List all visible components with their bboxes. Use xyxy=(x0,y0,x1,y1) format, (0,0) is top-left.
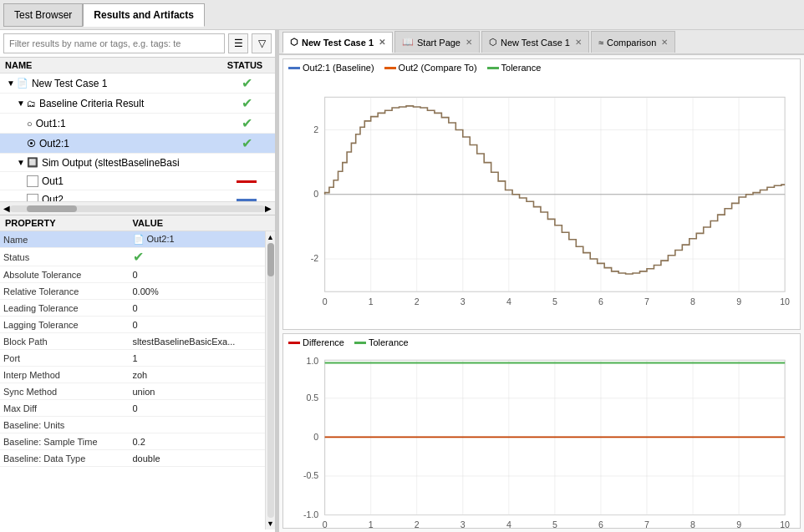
prop-row-lead-tol: Leading Tolerance 0 xyxy=(0,300,265,317)
tree-item-sim-output[interactable]: ▼ 🔲 Sim Output (sltestBaselineBasi xyxy=(0,154,275,172)
svg-text:8: 8 xyxy=(690,520,695,530)
prop-col-property: PROPERTY xyxy=(5,218,133,228)
legend-item-diff: Difference xyxy=(288,337,344,347)
prop-value-lag-tol: 0 xyxy=(133,320,262,330)
svg-text:1: 1 xyxy=(369,520,374,530)
prop-name-label: Baseline: Units xyxy=(3,420,133,430)
list-icon: ☰ xyxy=(234,38,243,49)
tree-item-out1-sig[interactable]: Out1 xyxy=(0,172,275,190)
prop-row-bl-data-type: Baseline: Data Type double xyxy=(0,450,265,467)
svg-text:-0.5: -0.5 xyxy=(303,470,318,480)
radio-icon: ○ xyxy=(27,119,33,129)
legend-color-blue xyxy=(288,67,300,69)
tab-icon-2: 📖 xyxy=(402,37,414,48)
tree-container[interactable]: ▼ 📄 New Test Case 1 ✔ ▼ 🗂 Baseline Crite… xyxy=(0,73,275,201)
prop-name-label: Status xyxy=(3,252,133,262)
main-chart-svg: 0 2 -2 0 1 2 3 4 5 6 7 8 9 10 xyxy=(285,74,798,341)
tree-item-status-out2 xyxy=(221,194,272,202)
svg-text:-1.0: -1.0 xyxy=(303,509,318,519)
tab-label-1: New Test Case 1 xyxy=(302,38,374,48)
prop-value-name: 📄 Out2:1 xyxy=(133,234,262,245)
vscroll-track[interactable] xyxy=(267,243,274,518)
legend-color-red xyxy=(288,342,300,344)
tree-item-label: Out1:1 xyxy=(36,118,221,129)
prop-icon-name: 📄 xyxy=(133,234,147,244)
prop-row-lag-tol: Lagging Tolerance 0 xyxy=(0,317,265,333)
svg-text:0: 0 xyxy=(323,520,328,530)
legend-color-orange xyxy=(384,67,396,69)
prop-name-label: Baseline: Sample Time xyxy=(3,437,133,447)
legend-color-green xyxy=(487,67,499,69)
left-panel: ☰ ▽ NAME STATUS ▼ 📄 New Test Case 1 ✔ xyxy=(0,30,276,532)
tab-new-test-case-1a[interactable]: ⬡ New Test Case 1 ✕ xyxy=(282,32,393,53)
property-header: PROPERTY VALUE xyxy=(0,215,275,231)
tree-item-status-out1 xyxy=(221,175,272,187)
scroll-spacer xyxy=(260,218,270,228)
tree-item-out1[interactable]: ○ Out1:1 ✔ xyxy=(0,114,275,134)
legend-item-tol2: Tolerance xyxy=(354,337,409,347)
checkbox-out1[interactable] xyxy=(27,175,38,187)
svg-text:3: 3 xyxy=(461,520,466,530)
expand-arrow[interactable]: ▼ xyxy=(17,158,25,167)
tab-close-1[interactable]: ✕ xyxy=(379,38,385,47)
tree-item-new-test-case[interactable]: ▼ 📄 New Test Case 1 ✔ xyxy=(0,73,275,94)
scroll-up-arrow[interactable]: ▲ xyxy=(267,233,274,241)
results-artifacts-tab[interactable]: Results and Artifacts xyxy=(83,3,205,27)
checkbox-out2[interactable] xyxy=(27,194,38,202)
tab-close-4[interactable]: ✕ xyxy=(661,38,668,47)
legend-label-compare: Out2 (Compare To) xyxy=(399,63,477,73)
prop-vscroll[interactable]: ▲ ▼ xyxy=(265,231,275,529)
main-layout: ☰ ▽ NAME STATUS ▼ 📄 New Test Case 1 ✔ xyxy=(0,30,804,532)
expand-arrow[interactable]: ▼ xyxy=(7,79,15,88)
red-line-icon xyxy=(237,180,257,183)
tab-new-test-case-1b[interactable]: ⬡ New Test Case 1 ✕ xyxy=(481,31,589,53)
radio-checked-icon: ⦿ xyxy=(27,139,36,149)
criteria-icon: 🗂 xyxy=(27,99,36,109)
vscroll-thumb[interactable] xyxy=(267,243,274,276)
tab-comparison[interactable]: ≈ Comparison ✕ xyxy=(591,31,675,53)
scroll-down-arrow[interactable]: ▼ xyxy=(267,519,274,528)
document-icon: 📄 xyxy=(17,78,28,89)
horizontal-scrollbar[interactable] xyxy=(10,205,265,212)
filter-icon-btn[interactable]: ▽ xyxy=(252,33,272,53)
prop-row-sync: Sync Method union xyxy=(0,383,265,400)
prop-value-interp: zoh xyxy=(133,370,262,380)
svg-text:0: 0 xyxy=(323,296,328,307)
svg-text:2: 2 xyxy=(415,520,420,530)
search-input[interactable] xyxy=(3,33,225,53)
sim-icon: 🔲 xyxy=(27,157,38,168)
status-ok-icon: ✔ xyxy=(242,136,252,150)
tab-start-page[interactable]: 📖 Start Page ✕ xyxy=(394,31,480,53)
prop-row-max-diff: Max Diff 0 xyxy=(0,400,265,417)
svg-text:1: 1 xyxy=(369,296,374,307)
svg-text:4: 4 xyxy=(506,520,511,530)
chart1-legend: Out2:1 (Baseline) Out2 (Compare To) Tole… xyxy=(285,61,798,74)
tab-label-4: Comparison xyxy=(607,38,656,48)
svg-text:0.5: 0.5 xyxy=(307,393,319,403)
prop-value-sync: union xyxy=(133,387,262,397)
prop-value-bl-sample-time: 0.2 xyxy=(133,437,262,447)
svg-text:9: 9 xyxy=(736,296,741,307)
tree-item-baseline-criteria[interactable]: ▼ 🗂 Baseline Criteria Result ✔ xyxy=(0,94,275,114)
tree-item-status: ✔ xyxy=(221,135,272,151)
filter-list-icon-btn[interactable]: ☰ xyxy=(228,33,248,53)
main-chart-wrapper: Out2:1 (Baseline) Out2 (Compare To) Tole… xyxy=(282,58,801,330)
tab-close-2[interactable]: ✕ xyxy=(466,38,472,47)
tree-item-status: ✔ xyxy=(221,75,272,91)
tree-item-label: New Test Case 1 xyxy=(32,78,221,89)
expand-arrow[interactable]: ▼ xyxy=(17,99,25,108)
scroll-right-arrow[interactable]: ▶ xyxy=(265,204,272,213)
prop-value-status: ✔ xyxy=(133,249,262,265)
diff-chart-svg: 0 0.5 -0.5 1.0 -1.0 0 1 2 3 4 5 6 7 8 9 xyxy=(285,349,798,532)
tree-item-out2-sig[interactable]: Out2 xyxy=(0,190,275,201)
tab-close-3[interactable]: ✕ xyxy=(575,38,582,47)
tree-item-out2[interactable]: ⦿ Out2:1 ✔ xyxy=(0,134,275,154)
tab-icon-3: ⬡ xyxy=(489,37,497,48)
test-browser-tab[interactable]: Test Browser xyxy=(3,3,83,27)
scroll-left-arrow[interactable]: ◀ xyxy=(3,204,10,213)
prop-name-label: Relative Tolerance xyxy=(3,286,133,296)
prop-name-label: Lagging Tolerance xyxy=(3,320,133,330)
svg-text:10: 10 xyxy=(780,520,790,530)
scrollbar-thumb[interactable] xyxy=(27,205,77,212)
prop-row-block-path: Block Path sltestBaselineBasicExa... xyxy=(0,333,265,350)
